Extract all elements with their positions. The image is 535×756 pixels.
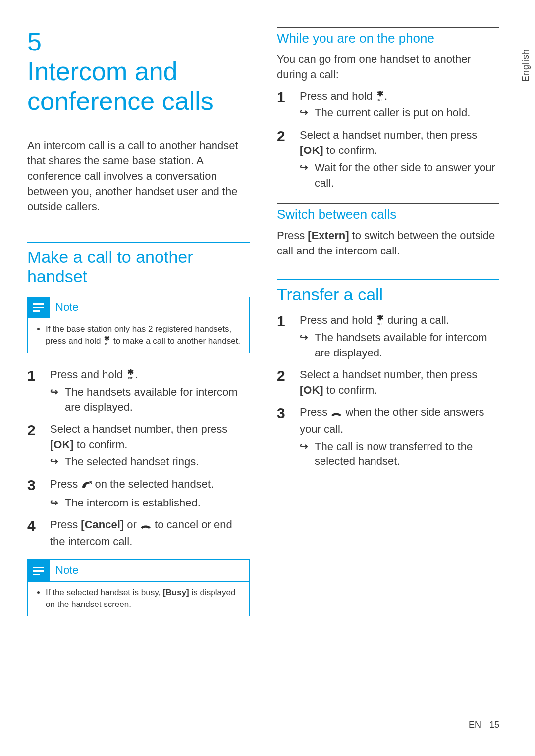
step-result: The call is now transferred to the selec…: [300, 439, 499, 470]
step-3: 3 Press R on the selected handset. The i…: [27, 477, 250, 511]
step-result: The current caller is put on hold.: [300, 105, 499, 121]
int-key-icon: ✱INT: [103, 336, 111, 345]
language-tab: English: [516, 42, 535, 89]
subsection-while-on-phone: While you are on the phone: [277, 31, 499, 46]
steps-list: 1 Press and hold ✱INT. The handsets avai…: [27, 367, 250, 550]
call-key-icon: R: [81, 478, 92, 494]
step-4: 4 Press [Cancel] or to cancel or end the…: [27, 517, 250, 550]
note-icon: [28, 297, 50, 319]
step-2: 2 Select a handset number, then press [O…: [27, 422, 250, 469]
intro-paragraph: An intercom call is a call to another ha…: [27, 138, 250, 214]
int-key-icon: ✱INT: [126, 369, 135, 379]
language-label: English: [521, 49, 531, 82]
note-label: Note: [50, 297, 249, 319]
svg-rect-9: [33, 570, 44, 572]
hangup-key-icon: [330, 406, 342, 422]
subsection-switch-calls: Switch between calls: [277, 207, 499, 222]
body-text: Press [Extern] to switch between the out…: [277, 228, 499, 259]
int-key-icon: ✱INT: [375, 315, 384, 325]
chapter-number: 5: [27, 27, 57, 57]
note-text: If the base station only has 2 registere…: [46, 323, 242, 347]
section-transfer-call: Transfer a call: [277, 279, 499, 304]
page-footer: EN 15: [469, 720, 499, 730]
svg-text:INT: INT: [377, 98, 382, 101]
chapter-title: Intercom and conference calls: [27, 57, 250, 116]
divider: [277, 27, 499, 28]
svg-rect-8: [33, 567, 44, 568]
note-box: Note If the selected handset is busy, [B…: [27, 559, 250, 616]
int-key-icon: ✱INT: [375, 91, 384, 101]
chapter-heading: 5Intercom and conference calls: [27, 27, 250, 116]
divider: [277, 203, 499, 204]
svg-text:INT: INT: [377, 322, 382, 325]
step-2: 2 Select a handset number, then press [O…: [277, 128, 499, 191]
svg-text:✱: ✱: [376, 315, 383, 322]
step-result: Wait for the other side to answer your c…: [300, 160, 499, 191]
page: 5Intercom and conference calls An interc…: [0, 0, 535, 650]
column-right: While you are on the phone You can go fr…: [277, 27, 499, 630]
svg-text:✱: ✱: [376, 91, 383, 98]
body-text: You can go from one handset to another d…: [277, 52, 499, 83]
svg-text:✱: ✱: [127, 369, 133, 376]
svg-rect-0: [33, 303, 44, 305]
note-icon: [28, 560, 50, 582]
svg-rect-2: [33, 310, 40, 312]
column-left: 5Intercom and conference calls An interc…: [27, 27, 250, 630]
step-1: 1 Press and hold ✱INT during a call. The…: [277, 313, 499, 360]
svg-rect-1: [33, 307, 44, 308]
step-2: 2 Select a handset number, then press [O…: [277, 367, 499, 398]
steps-list: 1 Press and hold ✱INT. The current calle…: [277, 89, 499, 191]
svg-text:INT: INT: [105, 342, 109, 345]
section-make-call: Make a call to another handset: [27, 242, 250, 286]
hangup-key-icon: [140, 519, 152, 534]
step-3: 3 Press when the other side answers your…: [277, 405, 499, 469]
note-text: If the selected handset is busy, [Busy] …: [46, 587, 242, 610]
step-result: The intercom is established.: [50, 496, 250, 511]
svg-rect-10: [33, 574, 40, 575]
step-1: 1 Press and hold ✱INT. The handsets avai…: [27, 367, 250, 415]
note-box: Note If the base station only has 2 regi…: [27, 297, 250, 353]
svg-text:INT: INT: [128, 377, 133, 379]
step-result: The handsets available for intercom are …: [300, 330, 499, 361]
steps-list: 1 Press and hold ✱INT during a call. The…: [277, 313, 499, 469]
footer-page: 15: [489, 720, 499, 730]
step-1: 1 Press and hold ✱INT. The current calle…: [277, 89, 499, 121]
footer-lang: EN: [469, 720, 481, 730]
svg-text:✱: ✱: [104, 336, 110, 342]
note-label: Note: [50, 560, 249, 582]
step-result: The handsets available for intercom are …: [50, 385, 250, 415]
step-result: The selected handset rings.: [50, 454, 250, 470]
